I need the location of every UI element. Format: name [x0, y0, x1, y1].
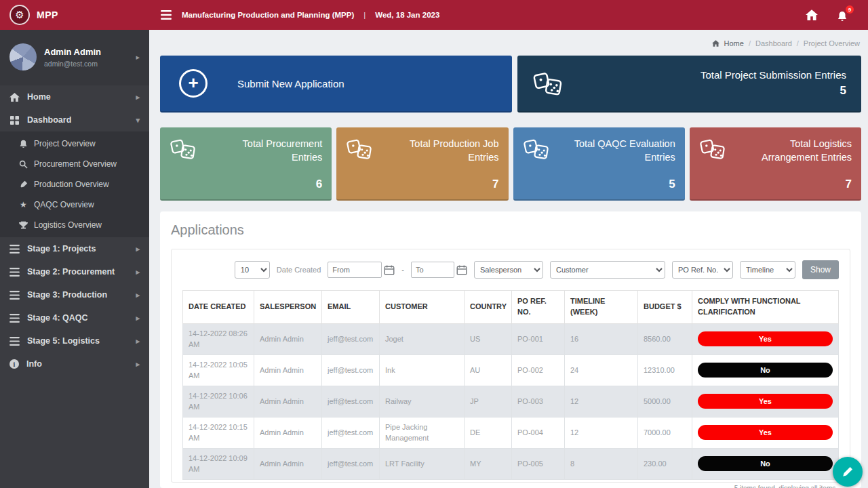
sidebar-item-stage2-procurement[interactable]: Stage 2: Procurement ▸: [0, 260, 149, 283]
cell-customer: Joget: [380, 323, 465, 354]
chevron-right-icon: ▸: [136, 245, 140, 253]
sidebar-item-stage1-projects[interactable]: Stage 1: Projects ▸: [0, 237, 149, 260]
dashboard-grid-icon: [9, 116, 20, 125]
sidebar-item-stage4-qaqc[interactable]: Stage 4: QAQC ▸: [0, 306, 149, 329]
chevron-right-icon: ▸: [136, 337, 140, 346]
page-size-select[interactable]: 10: [235, 261, 270, 279]
stat-card-value: 5: [701, 84, 846, 98]
cell-budget: 5000.00: [638, 386, 692, 417]
column-header: CUSTOMER: [380, 291, 465, 324]
sidebar-item-label: Info: [26, 359, 42, 369]
column-header: PO REF. NO.: [512, 291, 565, 324]
table-row[interactable]: 14-12-2022 10:06 AM Admin Admin jeff@tes…: [183, 386, 839, 417]
user-profile[interactable]: Admin Admin admin@test.com ▸: [0, 30, 149, 85]
applications-title: Applications: [171, 222, 850, 238]
breadcrumb-dashboard[interactable]: Dashboard: [755, 39, 792, 47]
table-row[interactable]: 14-12-2022 10:09 AM Admin Admin jeff@tes…: [183, 448, 839, 479]
menu-toggle-icon[interactable]: [160, 10, 172, 20]
app-logo[interactable]: ⚙: [9, 5, 30, 25]
breadcrumb-current: Project Overview: [804, 39, 860, 47]
avatar: [9, 43, 37, 70]
table-row[interactable]: 14-12-2022 10:15 AM Admin Admin jeff@tes…: [183, 417, 839, 448]
total-production-job-card[interactable]: Total Production Job Entries 7: [336, 127, 508, 201]
sidebar-item-dashboard[interactable]: Dashboard ▾: [0, 108, 149, 131]
cell-customer: Pipe Jacking Management: [380, 417, 465, 448]
submit-new-application-button[interactable]: + Submit New Application: [160, 56, 512, 113]
customer-select[interactable]: Customer: [550, 261, 665, 279]
breadcrumb: Home / Dashboard / Project Overview: [712, 39, 860, 47]
comply-badge: No: [698, 363, 833, 378]
bell-icon: [19, 140, 28, 148]
breadcrumb-separator: /: [797, 39, 799, 47]
calendar-icon[interactable]: [384, 265, 395, 275]
sidebar-item-production-overview[interactable]: Production Overview: [0, 174, 149, 195]
total-procurement-card[interactable]: Total Procurement Entries 6: [160, 127, 332, 201]
column-header: DATE CREATED: [183, 291, 254, 324]
sidebar-item-label: Home: [27, 92, 51, 102]
date-to-input[interactable]: [411, 262, 454, 278]
top-cards-row: + Submit New Application Total Project S…: [160, 56, 861, 113]
cell-country: DE: [465, 417, 512, 448]
cell-timeline: 16: [565, 323, 638, 354]
dice-icon: [170, 137, 197, 161]
sidebar-item-home[interactable]: Home ▸: [0, 85, 149, 108]
app-title: Manufacturing Production and Planning (M…: [182, 11, 354, 19]
cell-timeline: 8: [565, 448, 638, 479]
date-created-label: Date Created: [277, 266, 321, 274]
total-qaqc-evaluation-card[interactable]: Total QAQC Evaluation Entries 5: [513, 127, 685, 201]
salesperson-select[interactable]: Salesperson: [474, 261, 543, 279]
cell-timeline: 24: [565, 354, 638, 386]
cell-email: jeff@test.com: [322, 354, 380, 386]
cell-budget: 7000.00: [638, 417, 692, 448]
cell-email: jeff@test.com: [322, 386, 380, 417]
dice-icon: [523, 137, 550, 161]
stat-card-value: 7: [743, 178, 852, 191]
table-row[interactable]: 14-12-2022 08:26 AM Admin Admin jeff@tes…: [183, 323, 839, 354]
chevron-right-icon: ▸: [136, 314, 140, 323]
list-icon: [9, 337, 20, 346]
stat-card-label: Total QAQC Evaluation Entries: [567, 137, 675, 165]
breadcrumb-home[interactable]: Home: [724, 39, 744, 47]
timeline-select[interactable]: Timeline: [740, 261, 795, 279]
sidebar-item-procurement-overview[interactable]: Procurement Overview: [0, 154, 149, 174]
applications-table: DATE CREATED SALESPERSON EMAIL CUSTOMER …: [182, 290, 839, 480]
list-icon: [9, 314, 20, 323]
total-logistics-arrangement-card[interactable]: Total Logistics Arrangement Entries 7: [690, 127, 861, 201]
chevron-right-icon: ▸: [136, 291, 140, 300]
navbar-actions: 9: [806, 9, 868, 20]
brand: ⚙ MPP: [0, 5, 149, 25]
list-filters: 10 Date Created - Salesperson: [182, 260, 839, 279]
cell-po: PO-001: [512, 323, 565, 354]
sidebar-item-stage3-production[interactable]: Stage 3: Production ▸: [0, 283, 149, 306]
sidebar-item-logistics-overview[interactable]: Logistics Overview: [0, 215, 149, 235]
stat-card-value: 6: [214, 178, 322, 191]
notifications-button[interactable]: 9: [837, 9, 849, 20]
sidebar-item-label: Stage 4: QAQC: [27, 313, 88, 323]
column-header: BUDGET $: [638, 291, 692, 324]
sidebar-item-project-overview[interactable]: Project Overview: [0, 134, 149, 154]
date-from-input[interactable]: [328, 262, 382, 278]
gear-icon: ⚙: [15, 9, 24, 21]
home-button-icon[interactable]: [806, 9, 818, 20]
cell-timeline: 12: [565, 417, 638, 448]
current-date: Wed, 18 Jan 2023: [375, 11, 439, 19]
total-project-submission-card[interactable]: Total Project Submission Entries 5: [517, 56, 861, 113]
dice-icon: [346, 137, 373, 161]
show-button[interactable]: Show: [802, 260, 839, 279]
calendar-icon[interactable]: [456, 265, 467, 275]
submenu-item-label: Procurement Overview: [34, 159, 117, 169]
cell-salesperson: Admin Admin: [254, 354, 322, 386]
search-icon: [19, 160, 28, 169]
dice-icon: [699, 137, 726, 161]
table-row[interactable]: 14-12-2022 10:05 AM Admin Admin jeff@tes…: [183, 354, 839, 386]
plus-circle-icon: +: [179, 69, 208, 98]
cell-timeline: 12: [565, 386, 638, 417]
sidebar-item-info[interactable]: i Info ▸: [0, 352, 149, 375]
submenu-item-label: Production Overview: [34, 180, 109, 189]
edit-fab-button[interactable]: [833, 457, 863, 487]
sidebar-item-qaqc-overview[interactable]: ★ QAQC Overview: [0, 195, 149, 215]
sidebar-item-stage5-logistics[interactable]: Stage 5: Logistics ▸: [0, 329, 149, 352]
stat-card-value: 5: [567, 178, 675, 191]
po-ref-select[interactable]: PO Ref. No.: [672, 261, 733, 279]
cell-po: PO-005: [512, 448, 565, 479]
